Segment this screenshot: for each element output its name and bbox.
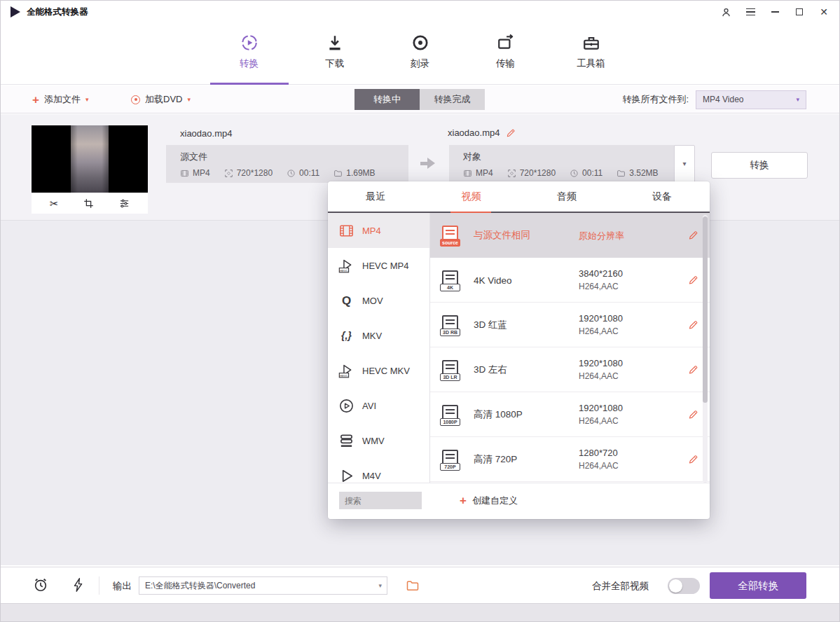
menu-icon[interactable] xyxy=(745,6,756,18)
resolution-icon xyxy=(224,169,233,178)
preset-list: source 与源文件相同 原始分辨率 4K 4K Video 3840*216… xyxy=(430,213,710,483)
create-custom-button[interactable]: + 创建自定义 xyxy=(460,495,518,507)
arrow-right-icon xyxy=(420,158,435,169)
window-bottom-edge xyxy=(1,603,839,621)
preset-3d-left-right[interactable]: 3D LR 3D 左右 1920*1080H264,AAC xyxy=(430,347,710,392)
source-info-box: 源文件 MP4 720*1280 00:11 1.69MB xyxy=(166,145,408,183)
format-popup-tabs: 最近 视频 音频 设备 xyxy=(328,181,710,213)
convert-status-tabs: 转换中 转换完成 xyxy=(354,89,485,110)
tab-transfer[interactable]: 传输 xyxy=(483,23,529,84)
window-title: 全能格式转换器 xyxy=(27,6,88,18)
preset-hd-1080p[interactable]: 1080P 高清 1080P 1920*1080H264,AAC xyxy=(430,392,710,437)
tab-video[interactable]: 视频 xyxy=(423,181,518,212)
chevron-down-icon: ▾ xyxy=(187,97,191,103)
close-button[interactable]: ✕ xyxy=(818,6,829,18)
tab-audio[interactable]: 音频 xyxy=(519,181,614,212)
preset-3d-rb-icon: 3D RB xyxy=(442,315,458,335)
duration-icon xyxy=(287,169,296,178)
minimize-button[interactable] xyxy=(769,6,780,18)
output-path-select[interactable]: ▾ xyxy=(139,576,387,595)
output-format-select[interactable]: MP4 Video ▾ xyxy=(696,90,806,109)
output-path-input[interactable] xyxy=(139,581,378,590)
target-format-dropdown[interactable]: ▾ xyxy=(674,145,695,183)
tab-convert[interactable]: 转换 xyxy=(226,23,273,84)
tab-device[interactable]: 设备 xyxy=(614,181,710,212)
filesize-icon xyxy=(617,169,626,178)
high-speed-icon[interactable] xyxy=(71,577,86,593)
edit-preset-icon[interactable] xyxy=(688,275,698,285)
preset-same-as-source[interactable]: source 与源文件相同 原始分辨率 xyxy=(430,213,710,258)
convert-all-button[interactable]: 全部转换 xyxy=(710,572,806,599)
format-item-wmv[interactable]: WMV xyxy=(328,423,429,458)
format-icon xyxy=(180,169,189,178)
svg-text:HEVC: HEVC xyxy=(340,268,347,272)
trim-icon[interactable]: ✂ xyxy=(50,198,59,209)
account-icon[interactable] xyxy=(720,6,731,18)
format-item-mov[interactable]: Q MOV xyxy=(328,283,429,318)
app-logo-icon xyxy=(11,6,20,18)
preset-1080p-icon: 1080P xyxy=(442,405,458,424)
convert-button[interactable]: 转换 xyxy=(711,152,808,179)
schedule-icon[interactable] xyxy=(33,577,48,593)
rename-icon[interactable] xyxy=(506,128,516,138)
avi-icon xyxy=(338,398,354,414)
edit-preset-icon[interactable] xyxy=(688,319,698,330)
mov-icon: Q xyxy=(338,295,354,307)
format-item-hevc-mkv[interactable]: HEVC HEVC MKV xyxy=(328,353,429,388)
tab-recent[interactable]: 最近 xyxy=(328,181,423,212)
edit-preset-icon[interactable] xyxy=(688,409,698,420)
transfer-icon xyxy=(497,34,515,52)
video-thumbnail xyxy=(32,125,148,193)
format-item-avi[interactable]: AVI xyxy=(328,388,429,423)
tab-converted[interactable]: 转换完成 xyxy=(420,89,485,110)
filesize-icon xyxy=(333,169,343,178)
source-filename: xiaodao.mp4 xyxy=(180,128,232,139)
titlebar: 全能格式转换器 ✕ xyxy=(1,1,839,23)
m4v-icon xyxy=(338,468,354,483)
plus-icon: + xyxy=(32,94,39,106)
format-item-hevc-mp4[interactable]: HEVC HEVC MP4 xyxy=(328,248,429,283)
chevron-down-icon: ▾ xyxy=(796,97,799,103)
crop-icon[interactable] xyxy=(83,198,94,209)
search-input[interactable] xyxy=(339,492,422,509)
target-info-box: 对象 MP4 720*1280 00:11 3.52MB xyxy=(449,145,675,183)
merge-videos-toggle[interactable] xyxy=(668,578,700,594)
tab-toolbox[interactable]: 工具箱 xyxy=(568,23,614,84)
format-icon xyxy=(463,169,472,178)
preset-3d-red-blue[interactable]: 3D RB 3D 红蓝 1920*1080H264,AAC xyxy=(430,303,710,347)
chevron-down-icon: ▾ xyxy=(85,97,89,103)
tab-converting[interactable]: 转换中 xyxy=(354,89,420,110)
tab-burn[interactable]: 刻录 xyxy=(397,23,443,84)
effects-icon[interactable] xyxy=(119,198,130,209)
resolution-icon xyxy=(507,169,516,178)
maximize-button[interactable] xyxy=(794,6,805,18)
edit-preset-icon[interactable] xyxy=(688,364,698,375)
add-file-button[interactable]: + 添加文件 ▾ xyxy=(32,85,88,113)
duration-icon xyxy=(570,169,579,178)
edit-preset-icon[interactable] xyxy=(688,454,698,464)
load-dvd-button[interactable]: 加载DVD ▾ xyxy=(131,85,191,113)
scrollbar-thumb[interactable] xyxy=(703,216,708,403)
divider xyxy=(99,576,99,595)
format-item-mp4[interactable]: MP4 xyxy=(328,213,429,248)
popup-scrollbar[interactable] xyxy=(703,215,708,483)
format-item-m4v[interactable]: M4V xyxy=(328,458,429,483)
format-popup: 最近 视频 音频 设备 MP4 HEVC HEVC MP4 xyxy=(328,181,710,519)
edit-preset-icon[interactable] xyxy=(688,230,698,241)
target-filename: xiaodao.mp4 xyxy=(448,127,500,138)
plus-icon: + xyxy=(460,495,467,506)
main-nav: 转换 下载 刻录 传输 工具箱 xyxy=(1,23,839,85)
footer-bar: 输出 ▾ 合并全部视频 全部转换 xyxy=(1,567,839,603)
preset-hd-720p[interactable]: 720P 高清 720P 1280*720H264,AAC xyxy=(430,437,710,482)
tab-download[interactable]: 下载 xyxy=(312,23,358,84)
download-icon xyxy=(326,34,344,52)
dvd-icon xyxy=(131,95,140,104)
format-item-mkv[interactable]: {,} MKV xyxy=(328,318,429,353)
burn-icon xyxy=(411,34,429,52)
preset-3d-lr-icon: 3D LR xyxy=(442,360,458,380)
preset-720p-icon: 720P xyxy=(442,450,458,469)
target-label: 对象 xyxy=(463,151,675,163)
mkv-icon: {,} xyxy=(338,331,354,340)
preset-4k-video[interactable]: 4K 4K Video 3840*2160H264,AAC xyxy=(430,258,710,303)
open-folder-button[interactable] xyxy=(406,579,420,593)
